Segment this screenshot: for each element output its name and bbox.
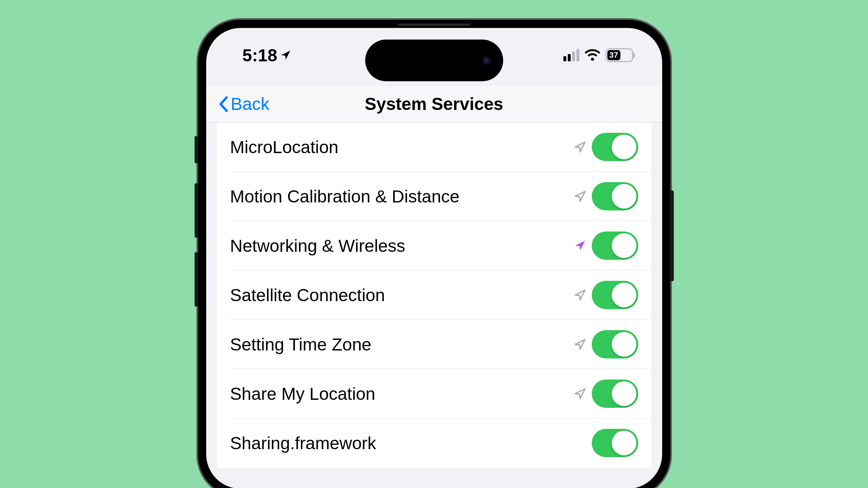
side-button-volume-up bbox=[195, 183, 198, 238]
back-button[interactable]: Back bbox=[217, 94, 270, 114]
toggle-switch[interactable] bbox=[592, 429, 638, 457]
toggle-knob bbox=[612, 381, 636, 406]
side-button-mute bbox=[195, 136, 198, 163]
setting-label: Setting Time Zone bbox=[230, 335, 574, 354]
front-camera bbox=[481, 56, 492, 66]
toggle-switch[interactable] bbox=[592, 182, 638, 210]
side-button-power bbox=[670, 190, 674, 281]
toggle-switch[interactable] bbox=[592, 133, 638, 161]
back-label: Back bbox=[231, 94, 270, 114]
setting-row: Motion Calibration & Distance bbox=[217, 172, 651, 221]
toggle-switch[interactable] bbox=[592, 231, 638, 260]
location-active-icon bbox=[280, 50, 291, 61]
page-title: System Services bbox=[206, 94, 662, 114]
speaker-slot bbox=[398, 24, 470, 26]
setting-row: MicroLocation bbox=[217, 122, 651, 172]
setting-label: Satellite Connection bbox=[230, 285, 574, 305]
toggle-knob bbox=[612, 332, 636, 357]
settings-list: MicroLocationMotion Calibration & Distan… bbox=[217, 122, 651, 468]
side-button-volume-down bbox=[195, 252, 198, 307]
toggle-switch[interactable] bbox=[592, 380, 638, 408]
setting-row: Share My Location bbox=[217, 369, 651, 418]
cellular-signal-icon bbox=[563, 49, 579, 61]
status-time: 5:18 bbox=[243, 45, 277, 65]
status-right: 37 bbox=[563, 48, 633, 62]
navigation-bar: Back System Services bbox=[206, 86, 662, 122]
dynamic-island bbox=[365, 40, 503, 81]
phone-screen: 5:18 37 bbox=[206, 28, 662, 488]
location-arrow-icon bbox=[574, 239, 587, 252]
location-arrow-icon bbox=[574, 190, 587, 203]
setting-label: Share My Location bbox=[230, 384, 574, 404]
battery-icon: 37 bbox=[606, 48, 633, 62]
toggle-knob bbox=[612, 283, 636, 307]
location-arrow-icon bbox=[574, 140, 587, 153]
location-arrow-icon bbox=[574, 338, 587, 351]
setting-row: Sharing.framework bbox=[217, 418, 651, 468]
battery-level: 37 bbox=[607, 50, 620, 60]
phone-device-frame: 5:18 37 bbox=[198, 20, 670, 488]
toggle-knob bbox=[612, 184, 636, 209]
status-left: 5:18 bbox=[243, 45, 291, 65]
location-arrow-icon bbox=[574, 387, 587, 400]
setting-label: Motion Calibration & Distance bbox=[230, 186, 574, 206]
wifi-icon bbox=[584, 49, 600, 61]
toggle-switch[interactable] bbox=[592, 330, 638, 358]
setting-row: Setting Time Zone bbox=[217, 320, 651, 369]
toggle-knob bbox=[612, 431, 636, 455]
location-arrow-icon bbox=[574, 288, 587, 302]
setting-label: MicroLocation bbox=[230, 137, 574, 157]
setting-label: Networking & Wireless bbox=[230, 236, 574, 256]
toggle-knob bbox=[612, 135, 636, 159]
chevron-left-icon bbox=[217, 96, 229, 112]
setting-label: Sharing.framework bbox=[230, 433, 592, 453]
setting-row: Satellite Connection bbox=[217, 270, 651, 320]
setting-row: Networking & Wireless bbox=[217, 221, 651, 270]
toggle-knob bbox=[612, 233, 636, 258]
toggle-switch[interactable] bbox=[592, 281, 638, 309]
